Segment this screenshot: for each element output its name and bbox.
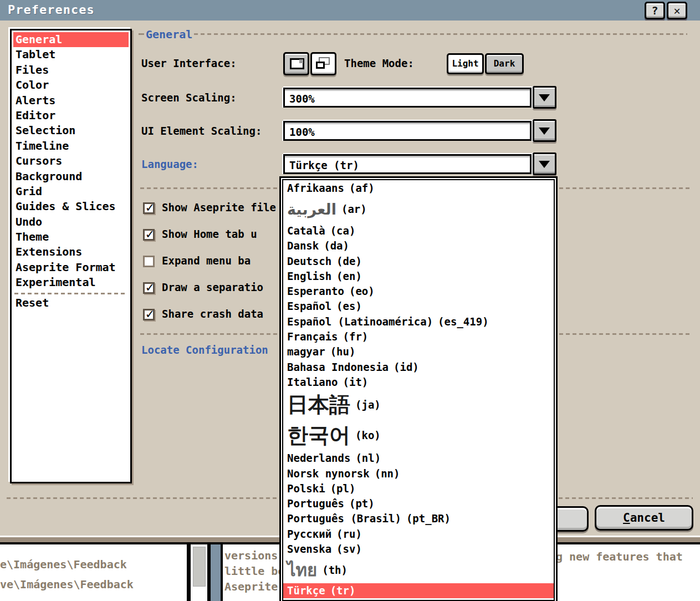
language-name: Deutsch bbox=[287, 255, 331, 267]
screen-scaling-select[interactable]: 300% bbox=[283, 88, 532, 108]
language-code: (fr) bbox=[343, 330, 369, 343]
language-option-ru[interactable]: Русский(ru) bbox=[283, 526, 554, 541]
chevron-down-icon bbox=[539, 94, 550, 101]
checkbox-checked-icon: ✓ bbox=[143, 282, 155, 294]
language-option-nl[interactable]: Nederlands(nl) bbox=[283, 451, 554, 466]
language-option-uk[interactable]: Українська(uk) bbox=[283, 598, 554, 601]
language-code: (ca) bbox=[330, 225, 356, 237]
language-option-ca[interactable]: Català(ca) bbox=[283, 223, 554, 238]
language-code: (es_419) bbox=[438, 315, 489, 328]
sidebar-item-alerts[interactable]: Alerts bbox=[13, 93, 129, 108]
language-option-da[interactable]: Dansk(da) bbox=[283, 238, 554, 253]
locate-configuration-link[interactable]: Locate Configuration bbox=[141, 344, 268, 356]
background-text: versions bbox=[224, 549, 278, 562]
dash bbox=[139, 33, 144, 35]
screen-scaling-label: Screen Scaling: bbox=[141, 91, 237, 104]
scrollbar-thumb[interactable] bbox=[193, 547, 206, 587]
language-option-tr[interactable]: Türkçe(tr) bbox=[283, 583, 554, 598]
ui-single-window-button[interactable] bbox=[283, 52, 309, 75]
screen-scaling-dropdown-button[interactable] bbox=[533, 86, 556, 109]
language-option-fr[interactable]: Français(fr) bbox=[283, 329, 554, 344]
sidebar-item-cursors[interactable]: Cursors bbox=[13, 154, 129, 169]
language-option-ar[interactable]: العربية(ar) bbox=[283, 195, 554, 223]
language-option-id[interactable]: Bahasa Indonesia(id) bbox=[283, 359, 554, 374]
checkbox-label: Expand menu ba bbox=[162, 254, 251, 267]
sidebar-item-undo[interactable]: Undo bbox=[13, 215, 129, 230]
language-code: (de) bbox=[336, 255, 362, 267]
language-option-en[interactable]: English(en) bbox=[283, 268, 554, 283]
language-name: Norsk nynorsk bbox=[287, 467, 370, 480]
theme-light-button[interactable]: Light bbox=[447, 53, 484, 74]
sidebar-item-color[interactable]: Color bbox=[13, 78, 129, 93]
language-name: Nederlands bbox=[287, 452, 350, 464]
sidebar-item-theme[interactable]: Theme bbox=[13, 230, 129, 245]
sidebar-item-extensions[interactable]: Extensions bbox=[13, 245, 129, 259]
checkbox-label: Show Aseprite file bbox=[162, 201, 276, 213]
language-option-ja[interactable]: 日本語(ja) bbox=[283, 390, 554, 420]
close-button[interactable]: ✕ bbox=[667, 2, 687, 19]
language-option-es_419[interactable]: Español (Latinoamérica)(es_419) bbox=[283, 314, 554, 329]
language-name: Afrikaans bbox=[287, 182, 344, 194]
sidebar-item-general[interactable]: General bbox=[13, 32, 129, 47]
language-option-pt_BR[interactable]: Português (Brasil)(pt_BR) bbox=[283, 511, 554, 526]
language-option-th[interactable]: ไทย(th) bbox=[283, 557, 554, 583]
language-option-eo[interactable]: Esperanto(eo) bbox=[283, 283, 554, 298]
language-option-it[interactable]: Italiano(it) bbox=[283, 374, 554, 389]
sidebar-item-selection[interactable]: Selection bbox=[13, 123, 129, 138]
checkbox-unchecked-icon bbox=[143, 256, 155, 267]
background-text: little bet bbox=[224, 564, 291, 578]
language-name: Dansk bbox=[287, 240, 319, 252]
theme-dark-button[interactable]: Dark bbox=[485, 53, 524, 74]
language-name: Polski bbox=[287, 482, 325, 495]
background-text: Aseprite bbox=[224, 580, 278, 593]
language-name: Italiano bbox=[287, 376, 338, 388]
language-option-pt[interactable]: Português(pt) bbox=[283, 496, 554, 511]
checkbox-checked-icon: ✓ bbox=[143, 229, 155, 241]
language-code: (it) bbox=[343, 376, 369, 388]
cancel-button[interactable]: Cancel bbox=[595, 505, 693, 531]
language-name: Português (Brasil) bbox=[287, 512, 401, 524]
language-option-es[interactable]: Español(es) bbox=[283, 299, 554, 314]
sidebar-item-background[interactable]: Background bbox=[13, 169, 129, 184]
checkbox-label: Share crash data bbox=[162, 308, 263, 320]
check-icon: ✓ bbox=[146, 226, 154, 242]
language-label: Language: bbox=[141, 158, 198, 170]
sidebar-item-files[interactable]: Files bbox=[13, 63, 129, 78]
screen: e\Imágenes\Feedback ve\Imágenes\Feedback… bbox=[0, 0, 700, 601]
language-code: (en) bbox=[336, 270, 362, 282]
language-option-de[interactable]: Deutsch(de) bbox=[283, 253, 554, 268]
language-option-hu[interactable]: magyar(hu) bbox=[283, 344, 554, 359]
language-code: (es) bbox=[336, 300, 362, 312]
language-code: (th) bbox=[322, 564, 348, 576]
language-option-af[interactable]: Afrikaans(af) bbox=[283, 180, 554, 195]
ui-scaling-dropdown-button[interactable] bbox=[533, 119, 556, 142]
language-option-nn[interactable]: Norsk nynorsk(nn) bbox=[283, 466, 554, 481]
divider bbox=[221, 544, 223, 601]
ui-multi-window-button[interactable] bbox=[310, 52, 336, 75]
close-icon: ✕ bbox=[673, 4, 680, 17]
language-name: magyar bbox=[287, 345, 325, 358]
question-icon: ? bbox=[651, 4, 658, 17]
language-option-sv[interactable]: Svenska(sv) bbox=[283, 541, 554, 556]
language-code: (af) bbox=[349, 182, 375, 194]
ui-scaling-select[interactable]: 100% bbox=[283, 121, 532, 141]
checkbox-checked-icon: ✓ bbox=[143, 309, 155, 320]
sidebar-item-timeline[interactable]: Timeline bbox=[13, 139, 129, 154]
check-icon: ✓ bbox=[146, 200, 154, 215]
sidebar-item-reset[interactable]: Reset bbox=[13, 296, 129, 310]
sidebar-item-aseprite-format[interactable]: Aseprite Format bbox=[13, 260, 129, 275]
language-select[interactable]: Türkçe (tr) bbox=[283, 154, 532, 174]
sidebar-item-grid[interactable]: Grid bbox=[13, 184, 129, 199]
sidebar-item-guides-slices[interactable]: Guides & Slices bbox=[13, 199, 129, 214]
language-code: (hu) bbox=[330, 345, 356, 358]
language-dropdown-button[interactable] bbox=[533, 152, 556, 175]
language-name: 日本語 bbox=[287, 391, 350, 419]
sidebar-item-editor[interactable]: Editor bbox=[13, 108, 129, 123]
language-option-pl[interactable]: Polski(pl) bbox=[283, 481, 554, 496]
language-name: Bahasa Indonesia bbox=[287, 361, 389, 373]
sidebar-item-experimental[interactable]: Experimental bbox=[13, 275, 129, 290]
sidebar-item-tablet[interactable]: Tablet bbox=[13, 47, 129, 62]
language-name: العربية bbox=[287, 201, 336, 218]
language-option-ko[interactable]: 한국어(ko) bbox=[283, 420, 554, 451]
help-button[interactable]: ? bbox=[645, 2, 665, 19]
